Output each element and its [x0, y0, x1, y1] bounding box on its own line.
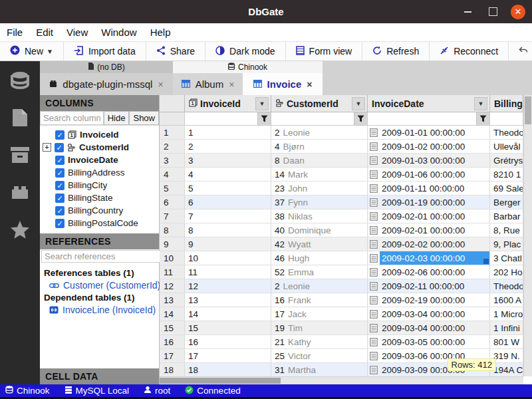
billingaddress-cell[interactable]: 1 Micro	[490, 307, 523, 321]
horizontal-scrollbar[interactable]	[160, 376, 523, 384]
customerid-cell[interactable]: 40Dominique	[271, 223, 368, 237]
open-detail-icon[interactable]	[370, 212, 378, 221]
open-detail-icon[interactable]	[370, 310, 378, 319]
open-detail-icon[interactable]	[370, 338, 378, 346]
customerid-cell[interactable]: 23John	[271, 182, 368, 195]
row-number-cell[interactable]: 11	[160, 265, 185, 279]
checkbox-checked-icon[interactable]: ✓	[55, 219, 65, 228]
plugins-icon[interactable]	[9, 182, 31, 202]
billingaddress-cell[interactable]: 69 Sale	[490, 182, 523, 195]
vertical-scrollbar[interactable]	[523, 95, 532, 376]
tab-group-chinook[interactable]: Chinook	[173, 61, 323, 73]
open-detail-icon[interactable]	[370, 366, 378, 374]
open-detail-icon[interactable]	[370, 170, 378, 179]
invoiceid-cell[interactable]: 2	[185, 140, 271, 153]
cell-data-panel-header[interactable]: CELL DATA	[40, 368, 159, 384]
checkbox-checked-icon[interactable]: ✓	[55, 181, 65, 190]
tab-dbgate-plugin-mssql[interactable]: dbgate-plugin-mssql ×	[40, 73, 173, 95]
row-number-cell[interactable]: 12	[160, 279, 185, 293]
invoicedate-cell[interactable]: 2009-03-05 00:00:00	[368, 335, 490, 348]
filter-input[interactable]	[368, 112, 476, 125]
invoiceid-cell[interactable]: 11	[185, 265, 271, 279]
invoicedate-cell[interactable]: 2009-02-03 00:00:00	[368, 251, 490, 265]
invoiceid-cell[interactable]: 15	[185, 321, 271, 334]
checkbox-checked-icon[interactable]: ✓	[55, 194, 65, 203]
invoicedate-cell[interactable]: 2009-01-19 00:00:00	[368, 196, 490, 209]
file-icon[interactable]	[9, 108, 31, 128]
row-number-cell[interactable]: 18	[160, 363, 185, 376]
dark-mode-button[interactable]: Dark mode	[205, 42, 285, 61]
open-detail-icon[interactable]	[370, 156, 378, 165]
row-number-cell[interactable]: 8	[160, 223, 185, 237]
search-references-input[interactable]	[41, 250, 165, 263]
customerid-cell[interactable]: 42Wyatt	[271, 237, 368, 251]
hide-button[interactable]: Hide	[104, 111, 130, 125]
open-detail-icon[interactable]	[370, 352, 378, 360]
customerid-cell[interactable]: 37Fynn	[271, 196, 368, 209]
customerid-cell[interactable]: 2Leonie	[271, 126, 368, 139]
invoicedate-cell[interactable]: 2009-02-01 00:00:00	[368, 209, 490, 223]
archive-icon[interactable]	[9, 145, 31, 165]
references-panel-header[interactable]: REFERENCES	[40, 233, 159, 249]
customerid-cell[interactable]: 14Mark	[271, 168, 368, 181]
billingaddress-cell[interactable]: Ullevål	[490, 140, 523, 153]
close-icon[interactable]: ✕	[511, 5, 525, 19]
customerid-cell[interactable]: 46Hugh	[271, 251, 368, 265]
row-number-cell[interactable]: 1	[160, 126, 185, 139]
billingaddress-cell[interactable]: Barbar	[490, 209, 523, 223]
invoiceid-cell[interactable]: 7	[185, 209, 271, 223]
invoicedate-cell[interactable]: 2009-03-04 00:00:00	[368, 321, 490, 334]
row-number-cell[interactable]: 16	[160, 335, 185, 348]
open-detail-icon[interactable]	[370, 254, 378, 263]
filter-input[interactable]	[271, 112, 354, 125]
customerid-cell[interactable]: 17Jack	[271, 307, 368, 321]
column-header-billingaddress[interactable]: BillingA	[490, 95, 523, 112]
invoicedate-cell[interactable]: 2009-01-01 00:00:00	[368, 126, 490, 139]
row-number-cell[interactable]: 6	[160, 196, 185, 209]
invoiceid-cell[interactable]: 6	[185, 196, 271, 209]
row-number-cell[interactable]: 3	[160, 154, 185, 167]
customerid-cell[interactable]: 16Frank	[271, 293, 368, 307]
invoicedate-cell[interactable]: 2009-02-01 00:00:00	[368, 223, 490, 237]
column-header-invoiceid[interactable]: 1 InvoiceId ▼	[185, 95, 271, 112]
customerid-cell[interactable]: 2Leonie	[271, 279, 368, 293]
maximize-icon[interactable]	[485, 5, 500, 19]
billingaddress-cell[interactable]: Theodo	[490, 126, 523, 139]
menu-window[interactable]: Window	[101, 27, 136, 38]
invoicedate-cell[interactable]: 2009-01-03 00:00:00	[368, 154, 490, 167]
open-detail-icon[interactable]	[370, 226, 378, 235]
billingaddress-cell[interactable]: 801 W	[490, 335, 523, 348]
row-number-cell[interactable]: 7	[160, 209, 185, 223]
favorites-star-icon[interactable]	[9, 219, 31, 239]
open-detail-icon[interactable]	[370, 282, 378, 291]
reconnect-button[interactable]: Reconnect	[430, 42, 509, 61]
row-number-cell[interactable]: 9	[160, 237, 185, 251]
invoicedate-cell[interactable]: 2009-02-19 00:00:00	[368, 293, 490, 307]
undo-button[interactable]: U	[509, 42, 532, 61]
row-number-cell[interactable]: 5	[160, 182, 185, 195]
column-list-item[interactable]: ✓BillingPostalCode	[40, 217, 159, 229]
customerid-cell[interactable]: 52Emma	[271, 265, 368, 279]
checkbox-checked-icon[interactable]: ✓	[55, 143, 64, 152]
columns-panel-header[interactable]: COLUMNS	[40, 95, 159, 111]
row-number-cell[interactable]: 4	[160, 168, 185, 181]
invoicedate-cell[interactable]: 2009-02-11 00:00:00	[368, 279, 490, 293]
status-database[interactable]: Chinook	[5, 386, 50, 396]
invoicedate-cell[interactable]: 2009-02-02 00:00:00	[368, 237, 490, 251]
checkbox-checked-icon[interactable]: ✓	[55, 130, 65, 140]
close-tab-icon[interactable]: ×	[307, 79, 312, 90]
status-connected[interactable]: Connected	[185, 386, 240, 396]
menu-help[interactable]: Help	[150, 27, 171, 38]
billingaddress-cell[interactable]: Theodo	[490, 279, 523, 293]
open-detail-icon[interactable]	[370, 184, 378, 193]
invoiceid-cell[interactable]: 10	[185, 251, 271, 265]
refresh-button[interactable]: Refresh	[362, 42, 430, 61]
status-user[interactable]: root	[144, 386, 170, 396]
row-number-cell[interactable]: 2	[160, 140, 185, 153]
invoicedate-cell[interactable]: 2009-02-06 00:00:00	[368, 265, 490, 279]
column-list-item[interactable]: ✓BillingCity	[40, 179, 159, 192]
invoicedate-cell[interactable]: 2009-01-06 00:00:00	[368, 168, 490, 181]
expand-icon[interactable]: +	[43, 143, 51, 152]
billingaddress-cell[interactable]: 8210 1	[490, 168, 523, 181]
customerid-cell[interactable]: 19Tim	[271, 321, 368, 334]
